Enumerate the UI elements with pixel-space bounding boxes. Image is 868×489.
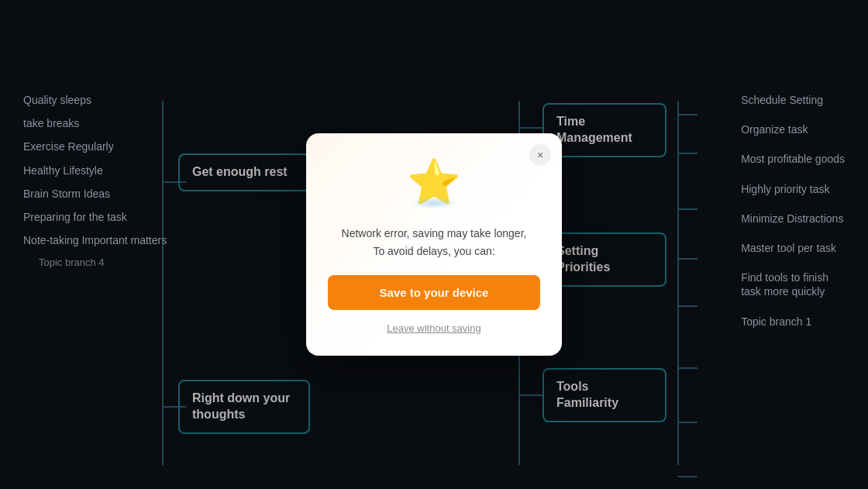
modal-body-text: Network error, saving may take longer, T…: [328, 225, 540, 260]
leave-without-saving-button[interactable]: Leave without saving: [328, 319, 540, 337]
modal-icon-area: ⭐: [328, 155, 540, 209]
modal-dialog: × ⭐ Network error, saving may take longe…: [306, 133, 562, 356]
star-icon-container: ⭐: [403, 155, 465, 209]
save-to-device-button[interactable]: Save to your device: [328, 275, 540, 310]
modal-close-button[interactable]: ×: [529, 144, 551, 166]
star-shadow: [411, 197, 457, 209]
modal-overlay: × ⭐ Network error, saving may take longe…: [0, 0, 868, 489]
